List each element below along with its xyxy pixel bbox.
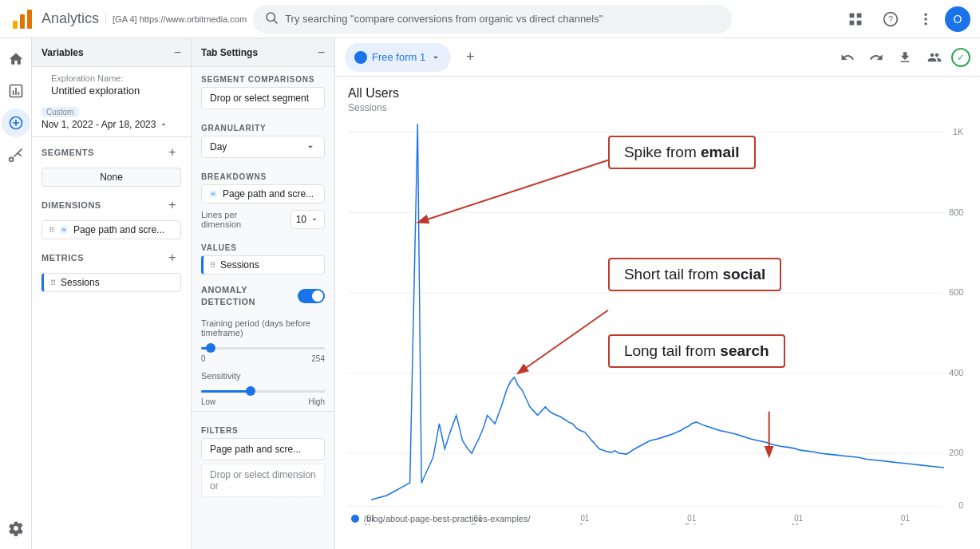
annotation-short-tail: Short tail from social: [608, 258, 781, 291]
segments-header: SEGMENTS +: [32, 137, 191, 164]
lines-per-section: Lines per dimension 10: [201, 210, 325, 229]
annotation-long-tail: Long tail from search: [608, 334, 785, 368]
sensitivity-high-label: High: [308, 397, 325, 406]
lines-value: 10: [296, 214, 306, 225]
segment-drop-box[interactable]: Drop or select segment: [201, 87, 325, 109]
tab-settings-panel-header: Tab Settings −: [192, 38, 334, 67]
svg-text:01: 01: [580, 513, 589, 522]
metrics-title: METRICS: [41, 253, 84, 263]
svg-point-3: [267, 13, 275, 22]
breakdown-chip-icon: ##: [208, 189, 218, 199]
nav-home-icon[interactable]: [2, 45, 30, 73]
search-placeholder-text: Try searching "compare conversions from …: [285, 13, 603, 25]
svg-text:1K: 1K: [953, 127, 964, 137]
download-button[interactable]: [892, 45, 918, 70]
help-button[interactable]: ?: [875, 3, 907, 35]
tab-free-form-1[interactable]: Free form 1: [345, 43, 451, 72]
svg-rect-1: [20, 14, 25, 29]
svg-text:Feb: Feb: [685, 523, 698, 525]
svg-point-16: [9, 157, 13, 161]
chart-area: Free form 1 + ✓ A: [335, 38, 980, 549]
variables-panel-header: Variables −: [32, 38, 191, 67]
chart-legend: /blog/about-page-best-practices-examples…: [351, 514, 531, 523]
property-label: [GA 4] https://www.orbitmedia.com: [105, 14, 247, 24]
values-chip: ⠿ Sessions: [201, 255, 325, 274]
undo-button[interactable]: [835, 45, 860, 70]
add-tab-button[interactable]: +: [457, 45, 483, 70]
more-options-button[interactable]: [910, 3, 942, 35]
variables-panel-title: Variables: [41, 47, 84, 58]
exploration-name-section: Exploration Name: Untitled exploration: [32, 67, 191, 103]
date-range-value[interactable]: Nov 1, 2022 - Apr 18, 2023: [41, 119, 181, 130]
chart-title: All Users: [348, 86, 967, 101]
svg-rect-7: [850, 20, 855, 25]
date-range-section: Custom Nov 1, 2022 - Apr 18, 2023: [32, 103, 191, 137]
anomaly-toggle[interactable]: [298, 289, 325, 303]
app-title: Analytics: [41, 10, 99, 27]
exploration-name-label: Exploration Name:: [41, 70, 181, 83]
variables-collapse-button[interactable]: −: [174, 45, 181, 60]
granularity-chevron-icon: [305, 141, 316, 152]
svg-rect-6: [857, 13, 862, 18]
sensitivity-slider[interactable]: Low High: [192, 382, 334, 408]
lines-dropdown[interactable]: 10: [290, 210, 325, 229]
people-share-icon: [927, 50, 942, 65]
add-dimension-button[interactable]: +: [164, 196, 181, 214]
tab-settings-collapse-button[interactable]: −: [318, 45, 325, 60]
svg-text:Jan: Jan: [579, 523, 591, 525]
svg-text:200: 200: [949, 448, 963, 458]
svg-text:?: ?: [888, 14, 893, 24]
chevron-down-icon: [159, 120, 168, 129]
chart-content: All Users Sessions 1K 800 600 400 200 0: [335, 77, 980, 549]
granularity-dropdown[interactable]: Day: [201, 136, 325, 158]
date-range-text: Nov 1, 2022 - Apr 18, 2023: [41, 119, 156, 130]
chart-toolbar: ✓: [835, 45, 970, 70]
line-chart-svg: 1K 800 600 400 200 0 01 Nov 01: [348, 120, 967, 525]
values-label: VALUES: [192, 235, 334, 255]
save-status-button[interactable]: ✓: [951, 48, 970, 67]
breakdowns-label: BREAKDOWNS: [192, 164, 334, 184]
svg-text:01: 01: [687, 513, 696, 522]
add-segment-button[interactable]: +: [164, 144, 181, 161]
nav-reports-icon[interactable]: [2, 77, 30, 105]
tab-color-dot: [354, 51, 367, 64]
sensitivity-label: Sensitivity: [192, 365, 334, 382]
account-avatar-button[interactable]: O: [945, 6, 970, 32]
anomaly-label: ANOMALY DETECTION: [201, 284, 255, 309]
tab-label: Free form 1: [372, 51, 425, 63]
nav-sidebar: [0, 38, 32, 549]
annotation-social-bold: social: [722, 266, 765, 282]
svg-text:##: ##: [61, 228, 66, 232]
values-chip-label: Sessions: [220, 259, 259, 271]
training-min-label: 0: [201, 354, 206, 363]
svg-text:01: 01: [794, 513, 803, 522]
nav-advertising-icon[interactable]: [2, 140, 30, 169]
training-slider[interactable]: 0 254: [192, 339, 334, 365]
filter-chip-2[interactable]: Drop or select dimension or: [201, 464, 325, 497]
svg-text:Mar: Mar: [792, 523, 805, 525]
nav-explore-icon[interactable]: [2, 109, 30, 137]
dimension-chip-label: Page path and scre...: [73, 224, 164, 235]
search-bar[interactable]: Try searching "compare conversions from …: [253, 5, 732, 34]
training-period-label: Training period (days before timeframe): [192, 315, 334, 339]
filter-chip-1[interactable]: Page path and scre...: [201, 438, 325, 460]
svg-text:Apr: Apr: [899, 523, 912, 525]
search-icon: [264, 10, 279, 27]
dimensions-header: DIMENSIONS +: [32, 190, 191, 217]
redo-button[interactable]: [863, 45, 889, 70]
filters-label: FILTERS: [192, 418, 334, 438]
nav-settings-icon[interactable]: [2, 514, 30, 543]
apps-grid-button[interactable]: [840, 3, 871, 35]
add-metric-button[interactable]: +: [164, 249, 181, 267]
tab-dropdown-icon[interactable]: [430, 52, 441, 63]
dimension-handle-icon: ⠿: [49, 226, 54, 235]
annotation-email-bold: email: [701, 144, 740, 160]
date-custom-label: Custom: [41, 107, 78, 117]
chart-subtitle: Sessions: [348, 102, 967, 113]
lines-per-label: Lines per dimension: [201, 210, 284, 229]
segment-none-chip: None: [41, 168, 181, 187]
training-max-label: 254: [311, 354, 325, 363]
granularity-value: Day: [210, 141, 227, 152]
svg-point-13: [924, 22, 927, 25]
share-section[interactable]: [921, 47, 948, 68]
